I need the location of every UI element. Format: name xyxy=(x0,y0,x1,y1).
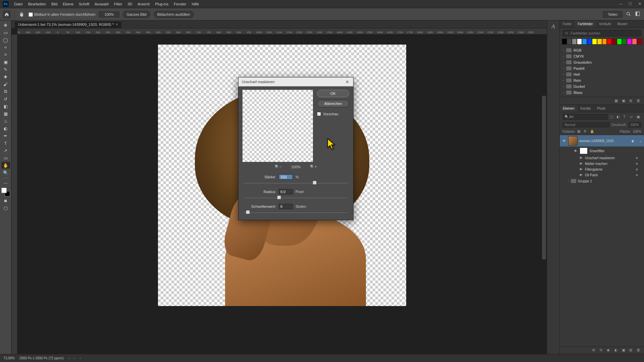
delete-swatch-icon[interactable]: 🗑 xyxy=(637,99,641,103)
hand-tool-icon[interactable] xyxy=(18,11,25,18)
status-nav-left-icon[interactable]: ‹ xyxy=(74,357,75,360)
menu-bearbeiten[interactable]: Bearbeiten xyxy=(25,2,49,6)
fit-screen-button[interactable]: Ganzes Bild xyxy=(123,11,150,18)
swatch-folder[interactable]: ›Blass xyxy=(560,89,644,96)
lock-pixels-icon[interactable]: ▦ xyxy=(577,129,582,134)
tab-close-icon[interactable]: × xyxy=(116,22,118,27)
lock-position-icon[interactable]: ✜ xyxy=(584,129,588,134)
swatch[interactable] xyxy=(612,39,617,45)
tab-verlaeufe[interactable]: Verläufe xyxy=(596,20,614,27)
swatch[interactable] xyxy=(597,39,602,45)
document-tab[interactable]: Unbenannt-1 bei 73,1% (woman-1439909_192… xyxy=(15,21,121,28)
swatch[interactable] xyxy=(592,39,597,45)
type-tool-icon[interactable]: T xyxy=(1,140,10,146)
swatch-grid-icon[interactable]: ▦ xyxy=(614,99,619,103)
preview-checkbox[interactable]: ✓Vorschau xyxy=(317,112,349,116)
vertical-scrollbar[interactable] xyxy=(542,96,546,260)
minimize-icon[interactable]: — xyxy=(619,1,623,6)
tab-farbfelder[interactable]: Farbfelder xyxy=(575,20,596,27)
tab-ebenen[interactable]: Ebenen xyxy=(560,105,577,112)
blend-options-icon[interactable]: ≡ xyxy=(636,156,641,160)
search-icon[interactable] xyxy=(626,11,632,17)
hand-tool-icon[interactable]: ✋ xyxy=(1,162,10,169)
menu-ebene[interactable]: Ebene xyxy=(60,2,76,6)
wand-tool-icon[interactable]: ✧ xyxy=(1,44,10,51)
menu-hilfe[interactable]: Hilfe xyxy=(189,2,202,6)
menu-auswahl[interactable]: Auswahl xyxy=(92,2,111,6)
blend-options-icon[interactable]: ≡ xyxy=(636,162,641,166)
shape-tool-icon[interactable]: ▭ xyxy=(1,155,10,161)
visibility-icon[interactable]: 👁 xyxy=(573,149,578,153)
radius-input[interactable]: 8,0 xyxy=(279,189,293,194)
layer-mask-icon[interactable]: ◙ xyxy=(607,348,612,353)
lasso-tool-icon[interactable]: ◯ xyxy=(1,37,10,43)
new-layer-icon[interactable]: ⊞ xyxy=(629,348,634,353)
blend-mode-select[interactable]: Normal xyxy=(562,122,609,127)
blur-tool-icon[interactable]: ♨ xyxy=(1,118,10,124)
color-picker-icon[interactable] xyxy=(1,188,10,196)
new-folder-icon[interactable]: ▣ xyxy=(622,99,627,103)
filter-matter[interactable]: 👁 Matter machen ≡ xyxy=(560,161,644,167)
swatch[interactable] xyxy=(582,39,587,45)
path-tool-icon[interactable]: ↗ xyxy=(1,147,10,154)
brush-tool-icon[interactable]: 🖌 xyxy=(1,81,10,87)
cancel-button[interactable]: Abbrechen xyxy=(317,100,349,107)
fill-field[interactable]: 100% xyxy=(633,130,641,133)
swatch-folder[interactable]: ›Dunkel xyxy=(560,83,644,89)
swatch[interactable] xyxy=(607,39,612,45)
menu-ansicht[interactable]: Ansicht xyxy=(135,2,152,6)
visibility-icon[interactable]: 👁 xyxy=(579,168,583,171)
swatch-folder[interactable]: ›Graustufen xyxy=(560,59,644,65)
visibility-icon[interactable]: 👁 xyxy=(562,139,567,143)
layer-row-group[interactable]: › Gruppe 1 xyxy=(560,178,644,184)
layer-row-smartfilter[interactable]: 👁 Smartfilter xyxy=(560,146,644,155)
status-nav-right-icon[interactable]: › xyxy=(80,357,81,360)
filter-adjust-icon[interactable]: ◐ xyxy=(616,115,621,119)
link-layers-icon[interactable]: ⧉ xyxy=(592,348,597,353)
layer-row-main[interactable]: 👁 woman-1439909_1920 ◐ ⌄ xyxy=(560,135,644,146)
maximize-icon[interactable]: ☐ xyxy=(628,1,633,6)
swatch[interactable] xyxy=(627,39,632,45)
visibility-icon[interactable]: 👁 xyxy=(579,162,583,166)
swatch-search-input[interactable]: Farbfelder suchen xyxy=(562,30,641,37)
crop-tool-icon[interactable]: ⌗ xyxy=(1,51,10,58)
tab-muster[interactable]: Muster xyxy=(614,20,631,27)
menu-datei[interactable]: Datei xyxy=(11,2,25,6)
swatch[interactable] xyxy=(587,39,592,45)
swatch[interactable] xyxy=(562,39,567,45)
dialog-close-icon[interactable]: ✕ xyxy=(344,79,350,84)
new-group-icon[interactable]: ▣ xyxy=(622,348,627,353)
zoom-field[interactable]: 100% xyxy=(99,11,119,17)
dodge-tool-icon[interactable]: ◐ xyxy=(1,125,10,132)
character-panel-icon[interactable]: A xyxy=(549,22,557,31)
tab-pfade[interactable]: Pfade xyxy=(594,105,609,112)
menu-filter[interactable]: Filter xyxy=(111,2,125,6)
visibility-icon[interactable]: 👁 xyxy=(579,156,583,160)
filter-fx-icon[interactable]: ⌄ xyxy=(639,139,642,143)
menu-plugins[interactable]: Plug-ins xyxy=(152,2,171,6)
zoom-out-icon[interactable]: 🔍− xyxy=(275,165,281,169)
close-icon[interactable]: ✕ xyxy=(637,1,642,6)
home-icon[interactable] xyxy=(3,10,11,18)
eraser-tool-icon[interactable]: ◧ xyxy=(1,103,10,110)
eyedropper-tool-icon[interactable]: ✎ xyxy=(1,66,10,73)
menu-bild[interactable]: Bild xyxy=(49,2,60,6)
gradient-tool-icon[interactable]: ▦ xyxy=(1,110,10,117)
menu-fenster[interactable]: Fenster xyxy=(171,2,189,6)
status-zoom[interactable]: 73,08% xyxy=(3,356,15,360)
filter-oilpaint[interactable]: 👁 Oil Paint ≡ xyxy=(560,172,644,178)
swatch[interactable] xyxy=(622,39,627,45)
delete-layer-icon[interactable]: 🗑 xyxy=(637,348,641,353)
blend-options-icon[interactable]: ≡ xyxy=(636,173,641,177)
lock-all-icon[interactable]: 🔒 xyxy=(590,129,594,134)
ok-button[interactable]: OK xyxy=(317,90,349,97)
stamp-tool-icon[interactable]: ⧉ xyxy=(1,88,10,95)
filter-unscharf[interactable]: 👁 Unscharf maskieren ≡ xyxy=(560,155,644,161)
threshold-input[interactable]: 8 xyxy=(279,204,293,209)
swatch-folder[interactable]: ›RGB xyxy=(560,47,644,53)
swatch-folder[interactable]: ›Rein xyxy=(560,77,644,83)
layer-filter-kind[interactable]: 🔍 Art xyxy=(562,114,608,120)
scroll-all-checkbox[interactable]: Bildlauf in allen Fenstern durchführen xyxy=(29,12,95,17)
strength-slider[interactable]: ▲ xyxy=(244,180,348,186)
tab-farbe[interactable]: Farbe xyxy=(560,20,575,27)
